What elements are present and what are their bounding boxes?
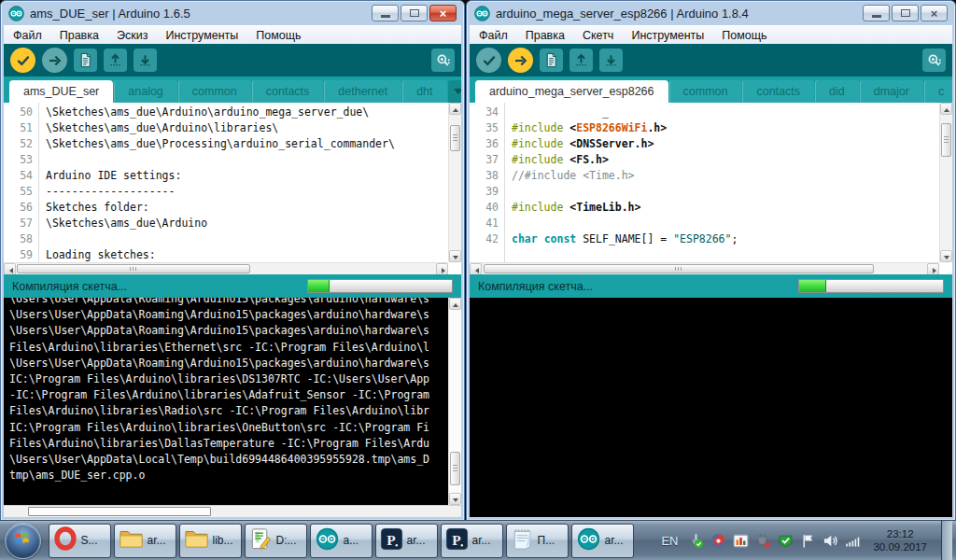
console-vertical-scrollbar[interactable] [448, 298, 461, 505]
tab-c[interactable]: c [924, 80, 952, 103]
save-button[interactable] [599, 49, 623, 72]
menu-item[interactable]: Инструменты [165, 29, 238, 42]
scroll-up-arrow-icon[interactable] [940, 103, 952, 115]
scroll-down-arrow-icon[interactable] [449, 250, 461, 262]
taskbar-button-label: lib... [213, 534, 233, 547]
open-button[interactable] [104, 49, 127, 72]
tab-common[interactable]: common [178, 80, 251, 103]
processing-icon: P [380, 527, 403, 554]
scroll-down-arrow-icon[interactable] [940, 250, 952, 262]
tab-did[interactable]: did [815, 80, 859, 103]
window-title: ams_DUE_ser | Arduino 1.6.5 [30, 7, 366, 21]
scrollbar-thumb[interactable] [17, 264, 250, 273]
menu-item[interactable]: Помощь [722, 29, 766, 42]
taskbar-button-arduino[interactable]: a... [310, 524, 373, 558]
maximize-button[interactable] [401, 5, 428, 21]
action-center-flag-icon[interactable] [800, 533, 816, 549]
code-editor[interactable]: 50515253545556575859 \Sketches\ams_due\A… [4, 103, 461, 274]
folder-icon [184, 527, 209, 553]
tab-contacts[interactable]: contacts [252, 80, 324, 103]
console-horizontal-scrollbar[interactable] [4, 505, 461, 517]
serial-monitor-button[interactable] [922, 49, 946, 72]
show-desktop-button[interactable] [941, 521, 952, 560]
titlebar[interactable]: arduino_mega_server_esp8266 | Arduino 1.… [470, 1, 952, 25]
tab-contacts[interactable]: contacts [742, 80, 814, 103]
scrollbar-thumb[interactable] [941, 123, 951, 157]
upload-button[interactable] [42, 48, 67, 73]
tab-dht[interactable]: dht [402, 80, 446, 103]
new-sketch-button[interactable] [74, 49, 97, 72]
console-line: \Users\User\AppData\Roaming\Arduino15\pa… [9, 323, 444, 339]
antivirus-check-icon[interactable] [778, 533, 794, 549]
network-signal-icon[interactable] [845, 533, 861, 549]
taskbar-button-notepadpp[interactable]: D:... [245, 524, 307, 558]
tab-dethernet[interactable]: dethernet [324, 80, 401, 103]
scrollbar-thumb[interactable] [28, 507, 211, 516]
taskbar-button-processing[interactable]: Par... [441, 524, 503, 558]
close-button[interactable]: × [921, 5, 948, 21]
menu-bar: ФайлПравкаЭскизИнструментыПомощь [4, 25, 461, 44]
menu-item[interactable]: Эскиз [117, 29, 148, 42]
tab-common[interactable]: common [669, 80, 742, 103]
menu-item[interactable]: Инструменты [631, 29, 704, 42]
arduino-window-left: ams_DUE_ser | Arduino 1.6.5 × ФайлПравка… [0, 0, 465, 521]
menu-item[interactable]: Правка [60, 29, 99, 42]
taskbar-button-processing[interactable]: Par... [375, 524, 438, 558]
line-numbers: 50515253545556575859 [4, 103, 39, 262]
taskbar-button-arduino[interactable]: ar... [571, 524, 634, 558]
tab-arduino_mega_server_esp8266[interactable]: arduino_mega_server_esp8266 [475, 80, 668, 103]
line-numbers: 343536373839404142 [470, 103, 505, 262]
menu-item[interactable]: Правка [526, 29, 565, 42]
minimize-button[interactable] [372, 5, 399, 21]
menu-item[interactable]: Скетч [583, 29, 613, 42]
tab-ams_DUE_ser[interactable]: ams_DUE_ser [9, 80, 113, 103]
editor-horizontal-scrollbar[interactable] [470, 262, 939, 274]
code-editor[interactable]: 343536373839404142 _#include <ESP8266WiF… [470, 103, 952, 274]
taskbar-button-folder[interactable]: ar... [114, 524, 176, 558]
scroll-up-arrow-icon[interactable] [449, 103, 461, 115]
menu-item[interactable]: Помощь [256, 29, 301, 42]
menu-item[interactable]: Файл [13, 29, 42, 42]
ccleaner-icon[interactable] [710, 533, 726, 549]
usage-stats-icon[interactable] [733, 533, 749, 549]
new-sketch-button[interactable] [540, 49, 563, 72]
code-line [512, 184, 939, 200]
taskbar-button-folder[interactable]: lib... [179, 524, 242, 558]
open-button[interactable] [569, 49, 593, 72]
verify-button[interactable] [476, 48, 501, 73]
scroll-up-arrow-icon[interactable] [449, 298, 461, 310]
tab-list-dropdown-icon[interactable] [448, 80, 461, 103]
serial-monitor-button[interactable] [431, 49, 455, 72]
taskbar-button-notepad[interactable]: П... [506, 524, 569, 558]
editor-horizontal-scrollbar[interactable] [4, 262, 448, 274]
taskbar-button-label: ar... [407, 534, 426, 547]
scrollbar-thumb[interactable] [484, 264, 874, 273]
scrollbar-thumb[interactable] [450, 125, 460, 151]
editor-vertical-scrollbar[interactable] [939, 103, 952, 262]
tab-dmajor[interactable]: dmajor [860, 80, 923, 103]
notepadpp-icon [249, 527, 273, 554]
titlebar[interactable]: ams_DUE_ser | Arduino 1.6.5 × [4, 1, 461, 25]
arduino-app-icon [474, 6, 490, 21]
usb-eject-icon[interactable] [688, 533, 704, 549]
power-disconnect-icon[interactable] [755, 533, 771, 549]
minimize-button[interactable] [863, 5, 890, 21]
verify-button[interactable] [10, 48, 35, 73]
taskbar-button-opera[interactable]: S... [49, 524, 111, 558]
code-text[interactable]: _#include <ESP8266WiFi.h>#include <DNSSe… [505, 103, 939, 262]
upload-button[interactable] [508, 48, 533, 73]
scroll-down-arrow-icon[interactable] [449, 493, 461, 505]
menu-item[interactable]: Файл [479, 29, 508, 42]
maximize-button[interactable] [892, 5, 919, 21]
language-indicator[interactable]: EN [657, 534, 682, 548]
window-title: arduino_mega_server_esp8266 | Arduino 1.… [496, 7, 857, 21]
taskbar-clock[interactable]: 23:12 30.09.2017 [867, 527, 935, 553]
code-text[interactable]: \Sketches\ams_due\Arduino\arduino_mega_s… [39, 103, 448, 262]
volume-icon[interactable] [822, 533, 838, 549]
close-button[interactable]: × [429, 5, 457, 21]
start-button[interactable] [5, 523, 41, 559]
editor-vertical-scrollbar[interactable] [448, 103, 461, 262]
save-button[interactable] [134, 49, 157, 72]
tab-analog[interactable]: analog [114, 80, 177, 103]
scrollbar-thumb[interactable] [450, 452, 460, 485]
